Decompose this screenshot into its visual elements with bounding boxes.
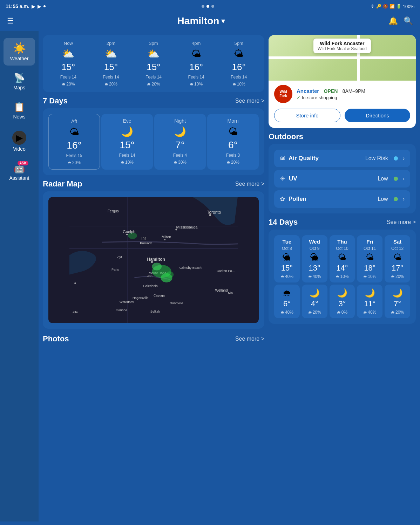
svg-text:403: 403 [147,274,153,278]
hour-time-2: 3pm [149,41,158,46]
day14-wed: Wed Oct 9 🌦 13° 🌧40% [302,235,327,282]
night14-wed-icon: 🌙 [309,288,320,298]
day14-wed-date: Oct 9 [310,246,320,251]
hamburger-menu[interactable]: ☰ [7,16,14,26]
fourteen-days-night-grid: 🌧 6° 🌧40% 🌙 4° 🌧20% 🌙 3° 🌧0% [274,285,410,318]
notification-bell[interactable]: 🔔 [388,16,398,26]
day14-sat: Sat Oct 12 🌤 17° 🌧20% [385,235,410,282]
day14-thu-icon: 🌤 [338,252,346,262]
header: ☰ Hamilton ▾ 🔔 🔍 [0,13,420,31]
seven-days-title: 7 Days [43,96,68,105]
store-overlay-subtitle: Wild Fork Meat & Seafood [318,46,367,51]
svg-text:Hamilton: Hamilton [147,257,165,262]
fourteen-days-section: 14 Days See more > Tue Oct 8 🌦 15° 🌧40% [269,218,416,324]
directions-button[interactable]: Directions [345,109,410,122]
day14-tue: Tue Oct 8 🌦 15° 🌧40% [274,235,300,282]
svg-text:Paris: Paris [111,268,119,271]
period-feels-night: Feels 4 [173,153,187,158]
night14-sat-icon: 🌙 [392,288,403,298]
day14-sat-precip: 🌧20% [391,274,404,279]
check-icon: ✓ [297,95,300,100]
uv-label: UV [289,175,374,182]
city-selector[interactable]: Hamilton ▾ [177,15,225,27]
sidebar-weather-label: Weather [10,56,29,61]
period-precip-eve: 🌧10% [121,160,134,165]
air-quality-value: Low Risk [365,155,388,162]
radar-see-more[interactable]: See more > [235,181,264,187]
seven-days-see-more[interactable]: See more > [235,98,264,104]
store-card: 📍 Wild Fork Ancaster Wild Fork Meat & Se… [269,35,416,128]
pollen-label: Pollen [289,196,374,203]
night14-thu-icon: 🌙 [337,288,347,298]
day14-wed-precip: 🌧40% [308,274,321,279]
night14-tue-temp: 6° [283,299,291,308]
maps-icon: 📡 [14,73,25,83]
svg-text:401: 401 [141,237,147,241]
svg-text:Milton: Milton [162,235,171,239]
sidebar-item-assistant[interactable]: 🤖 ASK Assistant [4,159,35,185]
svg-point-7 [209,214,211,216]
radar-map-display[interactable]: 401 403 Toronto Mississauga Guelph Milto [48,197,259,323]
period-temp-morn: 6° [228,139,238,151]
period-precip-morn: 🌧20% [226,160,239,165]
period-label-eve: Eve [123,118,131,124]
search-icon[interactable]: 🔍 [404,16,413,26]
store-map-background: 📍 Wild Fork Ancaster Wild Fork Meat & Se… [269,35,416,81]
svg-text:Ayr: Ayr [117,255,122,259]
store-location: Ancaster [297,88,319,94]
status-icon-yt2: ▶ [38,4,41,9]
photos-see-more[interactable]: See more > [235,336,264,342]
pollen-item[interactable]: ✿ Pollen Low › [274,190,410,208]
uv-status-dot [394,177,398,181]
air-quality-item[interactable]: ≋ Air Quality Low Risk › [274,150,410,167]
city-name: Hamilton [177,15,219,27]
svg-text:Hagersville: Hagersville [133,296,149,300]
day14-fri-temp: 18° [364,264,375,273]
sidebar: ☀️ Weather 📡 Maps 📋 News ▶ Video 🤖 ASK A… [0,31,39,521]
outdoors-section: Outdoors ≋ Air Quality Low Risk › ☀ UV L… [269,132,416,213]
day14-tue-name: Tue [283,239,292,245]
night14-thu-temp: 3° [338,299,346,308]
svg-text:Mississauga: Mississauga [176,225,198,229]
sidebar-item-weather[interactable]: ☀️ Weather [4,38,35,66]
store-info-row: WildFork Ancaster OPEN 8AM–9PM ✓ In-s [269,81,416,107]
night14-fri: 🌙 11° 🌧40% [357,285,382,318]
day14-sat-icon: 🌤 [393,252,402,262]
svg-text:Carlton Po...: Carlton Po... [217,269,235,273]
period-eve: Eve 🌙 15° Feels 14 🌧10% [101,114,153,170]
day14-wed-temp: 13° [309,264,320,273]
sidebar-item-maps[interactable]: 📡 Maps [4,68,35,95]
store-info-button[interactable]: Store info [274,109,340,122]
store-location-line: Ancaster OPEN 8AM–9PM [297,88,410,94]
status-left: 11:55 a.m. ▶ ▶ [6,4,46,9]
store-map[interactable]: 📍 Wild Fork Ancaster Wild Fork Meat & Se… [269,35,416,81]
content-area: Now ⛅ 15° Feels 14 🌧20% 2pm ⛅ 15° Feels … [39,31,420,521]
night14-sat-temp: 7° [394,299,401,308]
store-feature-text: In-store shopping [302,95,337,100]
seven-days-section: 7 Days See more > Aft 🌤 16° Feels 15 🌧20… [43,96,264,175]
hour-precip-4: 🌧10% [232,82,245,87]
day14-wed-name: Wed [309,239,320,245]
pollen-value: Low [378,196,388,202]
day-periods-grid: Aft 🌤 16° Feels 15 🌧20% Eve 🌙 15° Feels … [48,114,259,170]
uv-item[interactable]: ☀ UV Low › [274,170,410,188]
svg-text:Grimsby Beach: Grimsby Beach [179,266,202,270]
air-quality-status-dot [394,156,398,161]
fourteen-days-see-more[interactable]: See more > [387,219,416,225]
svg-text:Waterford: Waterford [120,300,134,304]
sidebar-item-news[interactable]: 📋 News [4,97,35,124]
svg-text:Toronto: Toronto [207,210,221,215]
fourteen-days-day-grid: Tue Oct 8 🌦 15° 🌧40% Wed Oct 9 🌦 13° 🌧40… [274,235,410,282]
period-icon-morn: 🌤 [228,126,238,137]
night14-wed: 🌙 4° 🌧20% [302,285,327,318]
hour-icon-1: ⛅ [105,48,117,60]
bell-icon: 🔕 [383,4,388,9]
store-overlay-title: Wild Fork Ancaster [318,41,367,46]
day14-thu-temp: 14° [336,264,348,273]
radar-header: Radar Map See more > [43,179,264,189]
hour-precip-1: 🌧20% [104,82,117,87]
sidebar-item-video[interactable]: ▶ Video [4,127,35,156]
hour-icon-2: ⛅ [147,48,160,60]
seven-days-header: 7 Days See more > [43,96,264,105]
svg-text:Selkirk: Selkirk [150,310,160,313]
